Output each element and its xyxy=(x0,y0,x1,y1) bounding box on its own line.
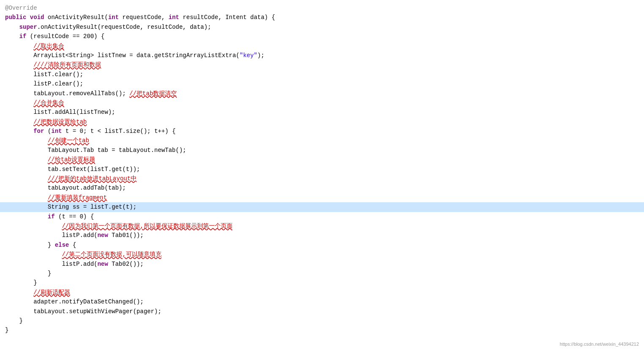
line-content-33: tabLayout.setupWithViewPager(pager); xyxy=(5,307,639,316)
line-content-20: tabLayout.addTab(tab); xyxy=(5,183,639,193)
line-content-8: listT.clear(); xyxy=(5,70,639,79)
code-line-27: //第二个页面没有数据,可以随意填充 xyxy=(0,250,644,259)
line-content-35: } xyxy=(5,325,639,335)
code-line-7: ////清除所有页面和数据 xyxy=(0,60,644,69)
code-line-6: ArrayList<String> listTnew = data.getStr… xyxy=(0,51,644,60)
code-line-26: } else { xyxy=(0,240,644,250)
line-content-2: public void onActivityResult(int request… xyxy=(5,13,639,22)
line-content-34: } xyxy=(5,316,639,325)
line-content-32: adapter.notifyDataSetChanged(); xyxy=(5,297,639,306)
code-line-12: listT.addAll(listTnew); xyxy=(0,107,644,117)
code-line-8: listT.clear(); xyxy=(0,70,644,79)
code-editor: @Override public void onActivityResult(i… xyxy=(0,0,644,350)
line-content-11: //合并集合 xyxy=(5,98,639,107)
code-line-21: //重新填装fragment xyxy=(0,193,644,202)
code-line-20: tabLayout.addTab(tab); xyxy=(0,183,644,193)
code-line-31: //刷新适配器 xyxy=(0,288,644,297)
line-content-4: if (resultCode == 200) { xyxy=(5,32,639,41)
line-content-14: for (int t = 0; t < listT.size(); t++) { xyxy=(5,127,639,136)
line-content-31: //刷新适配器 xyxy=(5,288,639,297)
code-line-13: //把数据设置给tab xyxy=(0,117,644,127)
line-content-12: listT.addAll(listTnew); xyxy=(5,107,639,117)
code-line-33: tabLayout.setupWithViewPager(pager); xyxy=(0,307,644,316)
annotation: @Override xyxy=(5,5,37,11)
code-line-32: adapter.notifyDataSetChanged(); xyxy=(0,297,644,306)
code-line-19: ///把新的tab放进tabLayout中 xyxy=(0,174,644,183)
code-line-23: if (t == 0) { xyxy=(0,212,644,221)
line-content-18: tab.setText(listT.get(t)); xyxy=(5,165,639,174)
code-line-34: } xyxy=(0,316,644,325)
code-line-28: listP.add(new Tab02()); xyxy=(0,259,644,269)
code-line-1: @Override xyxy=(0,3,644,13)
line-content-30: } xyxy=(5,278,639,287)
line-content-22: String ss = listT.get(t); xyxy=(5,202,639,212)
line-content-23: if (t == 0) { xyxy=(5,212,639,221)
line-content-7: ////清除所有页面和数据 xyxy=(5,60,639,69)
code-line-10: tabLayout.removeAllTabs(); //把tab数据清空 xyxy=(0,89,644,98)
line-content-3: super.onActivityResult(requestCode, resu… xyxy=(5,22,639,32)
code-line-24: //因为我们第一个页面有数据,所以要保证数据展示到第一个页面 xyxy=(0,221,644,231)
line-content-28: listP.add(new Tab02()); xyxy=(5,259,639,269)
line-content-19: ///把新的tab放进tabLayout中 xyxy=(5,174,639,183)
line-content-17: //给tab设置标题 xyxy=(5,155,639,164)
code-line-16: TabLayout.Tab tab = tabLayout.newTab(); xyxy=(0,146,644,155)
line-content-25: listP.add(new Tab01()); xyxy=(5,231,639,240)
code-line-11: //合并集合 xyxy=(0,98,644,107)
code-line-3: super.onActivityResult(requestCode, resu… xyxy=(0,22,644,32)
code-line-2: public void onActivityResult(int request… xyxy=(0,13,644,22)
watermark: https://blog.csdn.net/weixin_44394212 xyxy=(560,341,639,348)
line-content-9: listP.clear(); xyxy=(5,79,639,88)
line-content-15: //创建一个tab xyxy=(5,136,639,145)
code-line-15: //创建一个tab xyxy=(0,136,644,145)
line-content-21: //重新填装fragment xyxy=(5,193,639,202)
code-line-22: String ss = listT.get(t); xyxy=(0,202,644,212)
code-line-25: listP.add(new Tab01()); xyxy=(0,231,644,240)
line-content-16: TabLayout.Tab tab = tabLayout.newTab(); xyxy=(5,146,639,155)
code-line-14: for (int t = 0; t < listT.size(); t++) { xyxy=(0,127,644,136)
code-line-9: listP.clear(); xyxy=(0,79,644,88)
code-line-4: if (resultCode == 200) { xyxy=(0,32,644,41)
code-line-30: } xyxy=(0,278,644,287)
line-content-1: @Override xyxy=(5,3,639,13)
line-content-13: //把数据设置给tab xyxy=(5,117,639,127)
line-content-6: ArrayList<String> listTnew = data.getStr… xyxy=(5,51,639,60)
code-line-18: tab.setText(listT.get(t)); xyxy=(0,165,644,174)
code-line-35: } xyxy=(0,325,644,335)
line-content-10: tabLayout.removeAllTabs(); //把tab数据清空 xyxy=(5,89,639,98)
line-content-5: //取出集合 xyxy=(5,41,639,51)
line-content-26: } else { xyxy=(5,240,639,250)
code-line-17: //给tab设置标题 xyxy=(0,155,644,164)
code-line-29: } xyxy=(0,269,644,278)
line-content-24: //因为我们第一个页面有数据,所以要保证数据展示到第一个页面 xyxy=(5,221,639,231)
code-line-5: //取出集合 xyxy=(0,41,644,51)
line-content-29: } xyxy=(5,269,639,278)
line-content-27: //第二个页面没有数据,可以随意填充 xyxy=(5,250,639,259)
